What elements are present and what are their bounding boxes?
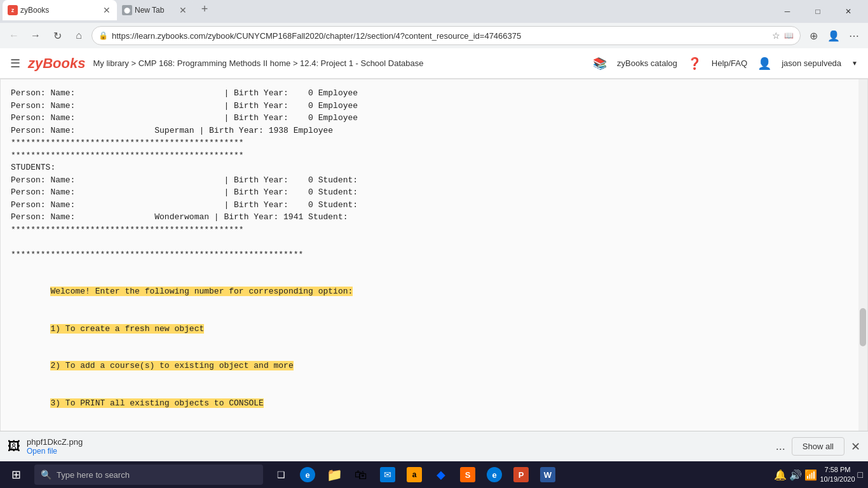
close-btn[interactable]: ✕ <box>834 0 863 23</box>
date-display: 10/19/2020 <box>820 475 855 484</box>
tab-favicon: z <box>8 5 18 15</box>
word-icon: W <box>540 467 555 482</box>
taskbar-app-edge[interactable]: e <box>295 461 320 488</box>
edge2-icon: e <box>487 467 502 482</box>
explorer-icon: 📁 <box>327 467 342 482</box>
network-icon[interactable]: 📶 <box>804 469 817 481</box>
code-line-highlight: 1) To create a fresh new object <box>11 310 857 348</box>
download-more-btn[interactable]: ... <box>776 440 785 453</box>
mail-icon: ✉ <box>380 467 395 482</box>
windows-icon: ⊞ <box>11 468 21 482</box>
breadcrumb: My library > CMP 168: Programming Method… <box>93 58 585 68</box>
highlighted-text: 1) To create a fresh new object <box>50 324 204 334</box>
scratch-icon: S <box>460 467 475 482</box>
code-line: ****************************************… <box>11 224 857 236</box>
tab-label: zyBooks <box>20 6 99 15</box>
code-line: Person: Name: | Birth Year: 0 Student: <box>11 174 857 187</box>
clock[interactable]: 7:58 PM 10/19/2020 <box>820 465 855 485</box>
maximize-btn[interactable]: □ <box>803 0 832 23</box>
hamburger-icon[interactable]: ☰ <box>10 57 20 71</box>
code-line: Person: Name: Superman | Birth Year: 193… <box>11 125 857 137</box>
main-content: Person: Name: | Birth Year: 0 Employee P… <box>0 79 868 461</box>
new-tab-btn[interactable]: + <box>196 0 214 18</box>
lock-icon: 🔒 <box>98 31 108 40</box>
address-bar[interactable]: 🔒 https://learn.zybooks.com/zybook/CUNYC… <box>92 26 801 45</box>
taskbar-app-scratch[interactable]: S <box>455 461 480 488</box>
taskbar-app-store[interactable]: 🛍 <box>348 461 374 488</box>
highlighted-text: 2) To add a course(s) to existing object… <box>50 361 293 370</box>
help-label[interactable]: Help/FAQ <box>712 58 747 68</box>
read-mode-icon[interactable]: 📖 <box>784 31 794 40</box>
inactive-tab[interactable]: ⬤ New Tab ✕ <box>117 0 193 20</box>
taskbar-app-powerpoint[interactable]: P <box>508 461 534 488</box>
vertical-scrollbar[interactable] <box>858 79 867 461</box>
code-line <box>11 261 857 273</box>
taskbar-app-dropbox[interactable]: ◆ <box>428 461 454 488</box>
tab-close-btn[interactable]: ✕ <box>102 4 112 17</box>
dropbox-icon: ◆ <box>433 467 449 482</box>
search-box[interactable]: 🔍 Type here to search <box>34 464 263 485</box>
window-controls: ─ □ ✕ <box>768 0 868 23</box>
taskbar: ⊞ 🔍 Type here to search ❑ e 📁 🛍 ✉ a ◆ S <box>0 461 868 488</box>
zybooks-header: ☰ zyBooks My library > CMP 168: Programm… <box>0 48 868 79</box>
minimize-btn[interactable]: ─ <box>773 0 802 23</box>
reload-btn[interactable]: ↻ <box>48 27 66 44</box>
powerpoint-icon: P <box>513 467 529 482</box>
user-name[interactable]: jason sepulveda <box>782 58 841 68</box>
forward-btn[interactable]: → <box>27 27 44 44</box>
menu-btn[interactable]: ⋯ <box>845 27 863 44</box>
zybooks-logo: zyBooks <box>28 55 85 72</box>
code-line-highlight: 3) To PRINT all existing objects to CONS… <box>11 384 857 422</box>
back-btn[interactable]: ← <box>5 27 23 44</box>
home-btn[interactable]: ⌂ <box>70 27 88 44</box>
volume-icon[interactable]: 🔊 <box>789 469 802 481</box>
show-all-btn[interactable]: Show all <box>792 437 844 456</box>
search-icon: 🔍 <box>41 470 51 480</box>
action-center-icon[interactable]: □ <box>858 470 863 480</box>
download-filename: phpf1DkcZ.png <box>27 437 770 447</box>
taskbar-app-edge2[interactable]: e <box>482 461 507 488</box>
bookmark-icon[interactable]: ☆ <box>772 30 780 41</box>
code-line: ****************************************… <box>11 149 857 162</box>
url-text: https://learn.zybooks.com/zybook/CUNYCMP… <box>112 31 768 41</box>
code-line-highlight: 2) To add a course(s) to existing object… <box>11 348 857 385</box>
header-right: 📚 zyBooks catalog ❓ Help/FAQ 👤 jason sep… <box>593 57 858 71</box>
taskbar-app-mail[interactable]: ✉ <box>375 461 400 488</box>
download-info: phpf1DkcZ.png Open file <box>27 437 770 456</box>
extensions-btn[interactable]: ⊕ <box>804 27 822 44</box>
user-icon: 👤 <box>757 57 771 71</box>
store-icon: 🛍 <box>353 467 369 482</box>
code-line <box>11 236 857 248</box>
code-line: Person: Name: | Birth Year: 0 Employee <box>11 87 857 100</box>
help-icon: ❓ <box>688 57 702 71</box>
edge-icon: e <box>300 467 315 482</box>
taskbar-right: 🔔 🔊 📶 7:58 PM 10/19/2020 □ <box>769 465 868 485</box>
download-bar: 🖼 phpf1DkcZ.png Open file ... Show all ✕ <box>0 431 868 461</box>
toolbar-icons: ⊕ 👤 ⋯ <box>804 27 863 44</box>
tab2-favicon: ⬤ <box>122 5 132 15</box>
catalog-label[interactable]: zyBooks catalog <box>617 58 677 68</box>
code-panel: Person: Name: | Birth Year: 0 Employee P… <box>0 79 868 461</box>
code-line: STUDENTS: <box>11 161 857 174</box>
notification-icon[interactable]: 🔔 <box>774 469 787 481</box>
taskbar-apps: ❑ e 📁 🛍 ✉ a ◆ S e P W <box>266 461 563 488</box>
taskbar-app-word[interactable]: W <box>535 461 560 488</box>
taskbar-app-amazon[interactable]: a <box>402 461 427 488</box>
browser-chrome: z zyBooks ✕ ⬤ New Tab ✕ + ─ □ ✕ ← → ↻ ⌂ … <box>0 0 868 48</box>
taskbar-app-explorer[interactable]: 📁 <box>322 461 347 488</box>
start-button[interactable]: ⊞ <box>0 461 32 488</box>
profile-btn[interactable]: 👤 <box>825 27 843 44</box>
tab2-close-btn[interactable]: ✕ <box>178 4 188 17</box>
scrollbar-thumb[interactable] <box>860 308 866 346</box>
code-line: Person: Name: | Birth Year: 0 Employee <box>11 100 857 112</box>
tab-bar: z zyBooks ✕ ⬤ New Tab ✕ + ─ □ ✕ <box>0 0 868 23</box>
taskbar-app-taskview[interactable]: ❑ <box>268 461 294 488</box>
active-tab[interactable]: z zyBooks ✕ <box>3 0 117 20</box>
time-display: 7:58 PM <box>820 465 855 475</box>
code-line: Person: Name: | Birth Year: 0 Student: <box>11 199 857 212</box>
download-close-btn[interactable]: ✕ <box>851 440 860 454</box>
user-dropdown-icon[interactable]: ▼ <box>851 60 858 67</box>
taskview-icon: ❑ <box>273 467 288 482</box>
code-line: Person: Name: | Birth Year: 0 Student: <box>11 186 857 199</box>
open-file-link[interactable]: Open file <box>27 447 770 456</box>
